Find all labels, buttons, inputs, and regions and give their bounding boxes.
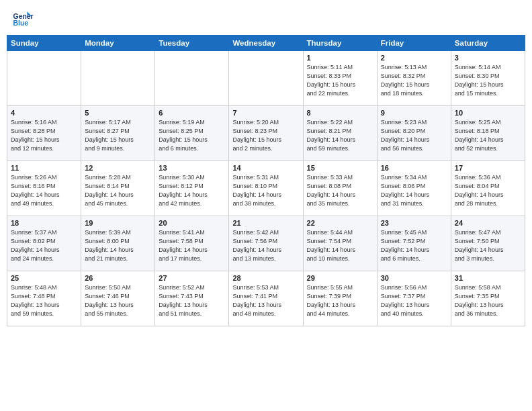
calendar-cell: 23Sunrise: 5:45 AMSunset: 7:52 PMDayligh… [377, 216, 451, 271]
calendar-week-4: 18Sunrise: 5:37 AMSunset: 8:02 PMDayligh… [7, 216, 525, 271]
day-number: 6 [159, 109, 225, 117]
day-number: 27 [159, 274, 225, 282]
day-number: 31 [455, 274, 521, 282]
day-number: 15 [307, 164, 373, 172]
day-number: 21 [232, 219, 299, 227]
day-number: 4 [11, 109, 77, 117]
svg-text:Blue: Blue [13, 19, 29, 27]
calendar-cell: 20Sunrise: 5:41 AMSunset: 7:58 PMDayligh… [155, 216, 229, 271]
weekday-header-sunday: Sunday [7, 36, 81, 51]
day-info: Sunrise: 5:23 AMSunset: 8:20 PMDaylight:… [381, 118, 447, 153]
day-info: Sunrise: 5:26 AMSunset: 8:16 PMDaylight:… [11, 173, 77, 208]
day-info: Sunrise: 5:55 AMSunset: 7:39 PMDaylight:… [307, 283, 373, 318]
day-info: Sunrise: 5:20 AMSunset: 8:23 PMDaylight:… [232, 118, 299, 153]
calendar-cell: 25Sunrise: 5:48 AMSunset: 7:48 PMDayligh… [7, 271, 81, 326]
day-info: Sunrise: 5:14 AMSunset: 8:30 PMDaylight:… [455, 63, 521, 98]
day-number: 22 [307, 219, 373, 227]
calendar-cell: 9Sunrise: 5:23 AMSunset: 8:20 PMDaylight… [377, 106, 451, 161]
calendar-cell: 5Sunrise: 5:17 AMSunset: 8:27 PMDaylight… [81, 106, 155, 161]
calendar-cell [229, 51, 303, 106]
weekday-header-tuesday: Tuesday [155, 36, 229, 51]
day-number: 23 [381, 219, 447, 227]
calendar-week-2: 4Sunrise: 5:16 AMSunset: 8:28 PMDaylight… [7, 106, 525, 161]
calendar-cell: 15Sunrise: 5:33 AMSunset: 8:08 PMDayligh… [303, 161, 377, 216]
day-info: Sunrise: 5:22 AMSunset: 8:21 PMDaylight:… [307, 118, 373, 153]
calendar-cell: 22Sunrise: 5:44 AMSunset: 7:54 PMDayligh… [303, 216, 377, 271]
day-number: 9 [381, 109, 447, 117]
header: General Blue [0, 0, 532, 35]
day-number: 14 [232, 164, 299, 172]
calendar-cell: 6Sunrise: 5:19 AMSunset: 8:25 PMDaylight… [155, 106, 229, 161]
day-number: 29 [307, 274, 373, 282]
day-number: 10 [455, 109, 521, 117]
day-number: 19 [85, 219, 151, 227]
calendar-header: SundayMondayTuesdayWednesdayThursdayFrid… [7, 36, 525, 51]
calendar-cell: 26Sunrise: 5:50 AMSunset: 7:46 PMDayligh… [81, 271, 155, 326]
day-number: 8 [307, 109, 373, 117]
day-info: Sunrise: 5:36 AMSunset: 8:04 PMDaylight:… [455, 173, 521, 208]
day-info: Sunrise: 5:16 AMSunset: 8:28 PMDaylight:… [11, 118, 77, 153]
day-info: Sunrise: 5:30 AMSunset: 8:12 PMDaylight:… [159, 173, 225, 208]
day-number: 1 [307, 54, 373, 62]
day-number: 3 [455, 54, 521, 62]
day-number: 11 [11, 164, 77, 172]
day-info: Sunrise: 5:41 AMSunset: 7:58 PMDaylight:… [159, 228, 225, 263]
day-number: 2 [381, 54, 447, 62]
day-info: Sunrise: 5:28 AMSunset: 8:14 PMDaylight:… [85, 173, 151, 208]
calendar-cell [7, 51, 81, 106]
day-info: Sunrise: 5:17 AMSunset: 8:27 PMDaylight:… [85, 118, 151, 153]
calendar-cell: 16Sunrise: 5:34 AMSunset: 8:06 PMDayligh… [377, 161, 451, 216]
day-info: Sunrise: 5:31 AMSunset: 8:10 PMDaylight:… [232, 173, 299, 208]
calendar-cell: 24Sunrise: 5:47 AMSunset: 7:50 PMDayligh… [451, 216, 525, 271]
logo-icon: General Blue [12, 9, 34, 31]
day-info: Sunrise: 5:44 AMSunset: 7:54 PMDaylight:… [307, 228, 373, 263]
day-number: 28 [232, 274, 299, 282]
page: General Blue SundayMondayTuesdayWednesda… [0, 0, 532, 411]
calendar-cell: 4Sunrise: 5:16 AMSunset: 8:28 PMDaylight… [7, 106, 81, 161]
day-info: Sunrise: 5:19 AMSunset: 8:25 PMDaylight:… [159, 118, 225, 153]
day-info: Sunrise: 5:13 AMSunset: 8:32 PMDaylight:… [381, 63, 447, 98]
logo: General Blue [12, 9, 34, 31]
day-info: Sunrise: 5:45 AMSunset: 7:52 PMDaylight:… [381, 228, 447, 263]
day-info: Sunrise: 5:11 AMSunset: 8:33 PMDaylight:… [307, 63, 373, 98]
calendar-week-5: 25Sunrise: 5:48 AMSunset: 7:48 PMDayligh… [7, 271, 525, 326]
day-info: Sunrise: 5:42 AMSunset: 7:56 PMDaylight:… [232, 228, 299, 263]
day-info: Sunrise: 5:48 AMSunset: 7:48 PMDaylight:… [11, 283, 77, 318]
calendar-cell: 13Sunrise: 5:30 AMSunset: 8:12 PMDayligh… [155, 161, 229, 216]
calendar-body: 1Sunrise: 5:11 AMSunset: 8:33 PMDaylight… [7, 51, 525, 326]
day-number: 30 [381, 274, 447, 282]
day-number: 24 [455, 219, 521, 227]
calendar-week-1: 1Sunrise: 5:11 AMSunset: 8:33 PMDaylight… [7, 51, 525, 106]
day-info: Sunrise: 5:52 AMSunset: 7:43 PMDaylight:… [159, 283, 225, 318]
weekday-header-thursday: Thursday [303, 36, 377, 51]
calendar-cell: 8Sunrise: 5:22 AMSunset: 8:21 PMDaylight… [303, 106, 377, 161]
weekday-header-saturday: Saturday [451, 36, 525, 51]
calendar-cell: 11Sunrise: 5:26 AMSunset: 8:16 PMDayligh… [7, 161, 81, 216]
calendar-cell: 28Sunrise: 5:53 AMSunset: 7:41 PMDayligh… [229, 271, 303, 326]
calendar-cell: 2Sunrise: 5:13 AMSunset: 8:32 PMDaylight… [377, 51, 451, 106]
day-number: 18 [11, 219, 77, 227]
day-number: 7 [232, 109, 299, 117]
day-number: 25 [11, 274, 77, 282]
calendar: SundayMondayTuesdayWednesdayThursdayFrid… [0, 35, 532, 411]
calendar-cell: 21Sunrise: 5:42 AMSunset: 7:56 PMDayligh… [229, 216, 303, 271]
calendar-cell: 27Sunrise: 5:52 AMSunset: 7:43 PMDayligh… [155, 271, 229, 326]
day-number: 20 [159, 219, 225, 227]
day-info: Sunrise: 5:39 AMSunset: 8:00 PMDaylight:… [85, 228, 151, 263]
calendar-cell: 31Sunrise: 5:58 AMSunset: 7:35 PMDayligh… [451, 271, 525, 326]
day-info: Sunrise: 5:58 AMSunset: 7:35 PMDaylight:… [455, 283, 521, 318]
calendar-cell: 10Sunrise: 5:25 AMSunset: 8:18 PMDayligh… [451, 106, 525, 161]
calendar-cell: 29Sunrise: 5:55 AMSunset: 7:39 PMDayligh… [303, 271, 377, 326]
day-number: 16 [381, 164, 447, 172]
calendar-cell: 30Sunrise: 5:56 AMSunset: 7:37 PMDayligh… [377, 271, 451, 326]
calendar-cell: 14Sunrise: 5:31 AMSunset: 8:10 PMDayligh… [229, 161, 303, 216]
day-info: Sunrise: 5:53 AMSunset: 7:41 PMDaylight:… [232, 283, 299, 318]
day-info: Sunrise: 5:47 AMSunset: 7:50 PMDaylight:… [455, 228, 521, 263]
calendar-cell: 12Sunrise: 5:28 AMSunset: 8:14 PMDayligh… [81, 161, 155, 216]
day-info: Sunrise: 5:50 AMSunset: 7:46 PMDaylight:… [85, 283, 151, 318]
weekday-header-monday: Monday [81, 36, 155, 51]
calendar-cell: 18Sunrise: 5:37 AMSunset: 8:02 PMDayligh… [7, 216, 81, 271]
day-number: 17 [455, 164, 521, 172]
day-number: 12 [85, 164, 151, 172]
calendar-table: SundayMondayTuesdayWednesdayThursdayFrid… [7, 35, 525, 326]
